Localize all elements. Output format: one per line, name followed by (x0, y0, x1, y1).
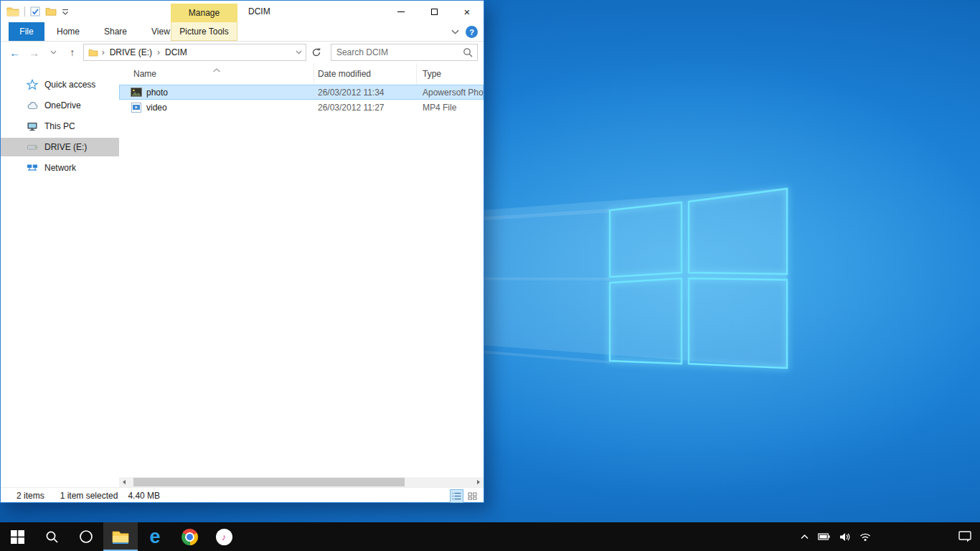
file-list-pane: Name Date modified Type photo 26/03/2012… (119, 63, 484, 487)
explorer-body: Quick access OneDrive This PC DRIVE (E:) (1, 63, 484, 487)
status-bar: 2 items 1 item selected 4.40 MB (1, 487, 484, 504)
column-header-date-modified[interactable]: Date modified (314, 63, 417, 85)
breadcrumb-dcim[interactable]: DCIM (161, 47, 191, 57)
large-icons-view-icon (468, 492, 477, 500)
customize-toolbar-icon[interactable] (62, 9, 69, 15)
scrollbar-thumb[interactable] (133, 478, 405, 486)
sidebar-item-label: Network (44, 163, 76, 173)
recent-locations-button[interactable] (44, 44, 62, 61)
window-title: DCIM (248, 1, 270, 22)
minimize-button[interactable] (385, 1, 418, 22)
column-header-name[interactable]: Name (119, 63, 314, 85)
details-view-icon (452, 492, 461, 500)
title-bar: Manage DCIM × (1, 1, 484, 22)
search-icon[interactable] (463, 47, 473, 57)
network-wifi-icon[interactable] (859, 532, 871, 542)
sidebar-item-onedrive[interactable]: OneDrive (1, 96, 119, 115)
back-button[interactable]: ← (6, 44, 24, 61)
file-explorer-window: Manage DCIM × File Home Share View Pictu… (0, 0, 484, 503)
name-cell: photo (119, 88, 314, 98)
cloud-icon (27, 100, 38, 111)
sidebar-item-network[interactable]: Network (1, 159, 119, 177)
selection-count: 1 item selected (60, 491, 118, 501)
date-modified-cell: 26/03/2012 11:27 (314, 103, 417, 113)
navigation-pane: Quick access OneDrive This PC DRIVE (E:) (1, 63, 119, 487)
chevron-down-icon (296, 50, 302, 55)
properties-icon[interactable] (30, 6, 40, 17)
network-icon (27, 162, 38, 174)
system-tray (801, 522, 871, 551)
taskbar-itunes-button[interactable]: ♪ (207, 522, 241, 551)
scrollbar-track[interactable] (129, 477, 473, 487)
edge-icon: e (149, 527, 160, 547)
show-hidden-icons-button[interactable] (801, 534, 809, 540)
help-button[interactable]: ? (466, 26, 478, 38)
sort-ascending-icon (212, 65, 220, 75)
star-icon (27, 79, 38, 90)
breadcrumb-separator: › (156, 47, 161, 57)
maximize-button[interactable] (418, 1, 451, 22)
sidebar-item-label: OneDrive (44, 100, 81, 110)
horizontal-scrollbar (119, 477, 484, 487)
refresh-button[interactable] (308, 44, 324, 61)
chevron-down-icon (50, 50, 57, 55)
view-toggles (450, 489, 479, 503)
forward-button[interactable]: → (26, 44, 43, 61)
sidebar-item-label: This PC (44, 121, 75, 131)
search-box (331, 44, 478, 61)
taskbar-left: e ♪ (0, 522, 241, 551)
manage-contextual-tab[interactable]: Manage (171, 4, 237, 22)
search-input[interactable] (331, 47, 463, 57)
ribbon-tab-row: File Home Share View Picture Tools ? (1, 22, 484, 42)
up-button[interactable]: ↑ (64, 44, 81, 61)
tab-file[interactable]: File (9, 22, 44, 41)
details-view-button[interactable] (450, 489, 463, 503)
scroll-left-arrow[interactable] (119, 477, 129, 487)
file-row-video[interactable]: video 26/03/2012 11:27 MP4 File (119, 100, 484, 115)
taskbar-chrome-button[interactable] (172, 522, 207, 551)
sidebar-item-drive-e[interactable]: DRIVE (E:) (1, 138, 119, 156)
tab-home[interactable]: Home (44, 22, 92, 41)
file-row-photo[interactable]: photo 26/03/2012 11:34 Apowersoft Pho (119, 85, 484, 100)
address-bar[interactable]: › DRIVE (E:) › DCIM (83, 44, 307, 61)
quick-access-toolbar (6, 1, 69, 22)
close-button[interactable]: × (451, 1, 484, 22)
address-row: ← → ↑ › DRIVE (E:) › DCIM (1, 42, 484, 63)
type-cell: MP4 File (417, 103, 484, 113)
taskbar-file-explorer-button[interactable] (103, 522, 138, 551)
action-center-button[interactable] (958, 522, 971, 551)
sidebar-item-quick-access[interactable]: Quick access (1, 75, 119, 94)
items-count: 2 items (17, 491, 44, 501)
taskbar: e ♪ (0, 522, 980, 551)
sidebar-item-label: DRIVE (E:) (44, 142, 87, 152)
computer-icon (27, 121, 38, 132)
type-cell: Apowersoft Pho (417, 88, 484, 98)
tab-picture-tools[interactable]: Picture Tools (171, 22, 237, 41)
file-name: photo (146, 88, 168, 98)
action-center-icon (958, 531, 971, 542)
window-controls: × (385, 1, 484, 22)
cortana-icon (79, 529, 93, 544)
breadcrumb-drive[interactable]: DRIVE (E:) (106, 47, 156, 57)
sidebar-item-this-pc[interactable]: This PC (1, 117, 119, 136)
taskbar-edge-button[interactable]: e (138, 522, 172, 551)
expand-ribbon-button[interactable] (451, 22, 459, 42)
column-label: Date modified (318, 69, 371, 79)
volume-icon[interactable] (839, 532, 850, 542)
large-icons-view-button[interactable] (466, 489, 479, 503)
new-folder-icon[interactable] (45, 7, 57, 16)
folder-icon (88, 49, 98, 57)
start-button[interactable] (0, 522, 34, 551)
explorer-app-icon[interactable] (6, 6, 19, 17)
battery-icon[interactable] (818, 532, 830, 541)
scroll-right-arrow[interactable] (473, 477, 484, 487)
cortana-button[interactable] (69, 522, 103, 551)
itunes-icon: ♪ (216, 529, 232, 545)
taskbar-search-button[interactable] (34, 522, 69, 551)
address-dropdown-button[interactable] (291, 44, 306, 60)
chevron-down-icon (451, 29, 459, 34)
chevron-up-icon (801, 534, 809, 540)
column-header-type[interactable]: Type (417, 63, 484, 85)
selection-size: 4.40 MB (128, 491, 160, 501)
tab-share[interactable]: Share (92, 22, 139, 41)
